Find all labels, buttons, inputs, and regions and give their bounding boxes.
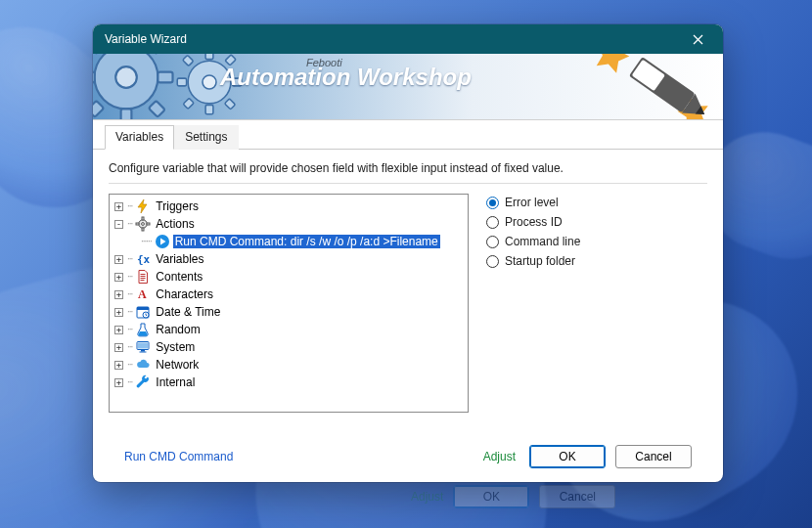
svg-rect-20 [183, 98, 194, 109]
tree-label: Internal [154, 375, 197, 389]
tree-label: Characters [154, 287, 215, 301]
tree-item-datetime[interactable]: +··· Date & Time [110, 303, 468, 321]
svg-rect-40 [141, 350, 145, 352]
cancel-button-shadow: Cancel [539, 485, 615, 508]
options-group: Error level Process ID Command line Star… [486, 194, 580, 435]
radio-error-level[interactable]: Error level [486, 196, 580, 209]
window-title: Variable Wizard [105, 32, 678, 46]
svg-rect-36 [137, 307, 149, 310]
content-area: Configure variable that will provide cho… [93, 150, 723, 482]
radio-label: Command line [505, 235, 580, 248]
svg-rect-5 [121, 109, 132, 120]
tree-item-random[interactable]: +··· Random [110, 321, 468, 338]
svg-text:{x}: {x} [137, 253, 151, 266]
expand-icon[interactable]: + [114, 255, 123, 264]
category-tree[interactable]: +··· Triggers -··· Actions ······ Run CM… [109, 194, 469, 413]
letter-a-icon: A [135, 286, 151, 302]
tree-label: Network [154, 358, 201, 372]
svg-point-13 [203, 75, 216, 89]
pencil-icon [611, 54, 719, 120]
cloud-icon [135, 357, 151, 373]
expand-icon[interactable]: + [114, 361, 123, 370]
radio-icon [486, 216, 499, 229]
background-dialog-footer: Adjust OK Cancel [411, 485, 615, 508]
tree-label: Variables [154, 252, 205, 266]
tree-item-run-cmd[interactable]: ······ Run CMD Command: dir /s /w /o /p … [110, 233, 468, 250]
adjust-link[interactable]: Adjust [483, 450, 516, 463]
play-icon [155, 234, 170, 249]
gear-small-icon [135, 216, 151, 232]
tree-label: Contents [154, 270, 204, 284]
tab-variables[interactable]: Variables [105, 125, 174, 150]
dialog-window: Variable Wizard [93, 24, 723, 482]
expand-icon[interactable]: + [114, 343, 123, 352]
collapse-icon[interactable]: - [114, 220, 123, 229]
brackets-icon: {x} [135, 251, 151, 267]
svg-rect-30 [136, 223, 139, 225]
cancel-button[interactable]: Cancel [615, 445, 692, 468]
svg-rect-10 [93, 101, 104, 117]
svg-rect-31 [147, 223, 150, 225]
ok-button[interactable]: OK [529, 445, 606, 468]
close-button[interactable] [678, 26, 717, 52]
monitor-icon [135, 339, 151, 355]
radio-process-id[interactable]: Process ID [486, 215, 580, 229]
lightning-icon [135, 198, 151, 214]
adjust-link-shadow: Adjust [411, 490, 443, 504]
tab-bar: Variables Settings [93, 120, 723, 150]
close-icon [693, 34, 703, 45]
svg-point-3 [115, 66, 137, 88]
brand-title: Automation Workshop [220, 64, 472, 91]
tree-item-triggers[interactable]: +··· Triggers [110, 198, 468, 215]
svg-rect-29 [142, 228, 144, 231]
svg-rect-39 [138, 343, 148, 349]
tree-item-contents[interactable]: +··· Contents [110, 268, 468, 286]
radio-label: Startup folder [505, 254, 575, 268]
expand-icon[interactable]: + [114, 290, 123, 299]
gear-icon [93, 54, 179, 120]
svg-rect-15 [205, 105, 213, 113]
expand-icon[interactable]: + [114, 308, 123, 317]
svg-point-27 [142, 223, 145, 226]
tree-label: Actions [154, 217, 196, 231]
tree-item-system[interactable]: +··· System [110, 338, 468, 356]
expand-icon[interactable]: + [114, 378, 123, 387]
wrench-icon [135, 374, 151, 390]
svg-rect-18 [183, 55, 194, 66]
tree-label: Date & Time [154, 305, 222, 319]
svg-rect-16 [177, 78, 186, 86]
svg-rect-28 [142, 217, 144, 220]
title-bar: Variable Wizard [93, 24, 723, 54]
tree-item-characters[interactable]: +··· A Characters [110, 286, 468, 303]
svg-rect-6 [93, 72, 95, 83]
ok-button-shadow: OK [453, 485, 529, 508]
tree-item-variables[interactable]: +··· {x} Variables [110, 250, 468, 268]
dialog-footer: Run CMD Command Adjust OK Cancel [109, 435, 707, 482]
radio-startup-folder[interactable]: Startup folder [486, 254, 580, 268]
calendar-icon [135, 304, 151, 320]
tree-item-actions[interactable]: -··· Actions [110, 215, 468, 233]
svg-rect-14 [205, 54, 213, 60]
svg-rect-11 [149, 101, 165, 117]
expand-icon[interactable]: + [114, 202, 123, 211]
tab-settings[interactable]: Settings [174, 125, 238, 150]
tree-label: Random [154, 323, 202, 336]
radio-icon [486, 236, 499, 248]
svg-text:A: A [138, 287, 147, 301]
expand-icon[interactable]: + [114, 273, 123, 282]
banner: Febooti Automation Workshop [93, 54, 723, 120]
expand-icon[interactable]: + [114, 326, 123, 334]
flask-icon [135, 322, 151, 337]
description-text: Configure variable that will provide cho… [109, 159, 707, 184]
radio-icon [486, 197, 499, 209]
tree-label-selected: Run CMD Command: dir /s /w /o /p /a:d >F… [173, 235, 440, 248]
svg-rect-21 [225, 99, 236, 110]
tree-item-internal[interactable]: +··· Internal [110, 374, 468, 391]
tree-item-network[interactable]: +··· Network [110, 356, 468, 374]
tree-label: Triggers [154, 199, 201, 213]
radio-icon [486, 255, 499, 268]
radio-label: Process ID [505, 215, 563, 229]
radio-command-line[interactable]: Command line [486, 235, 580, 248]
help-link[interactable]: Run CMD Command [124, 450, 233, 463]
svg-rect-41 [140, 352, 147, 353]
